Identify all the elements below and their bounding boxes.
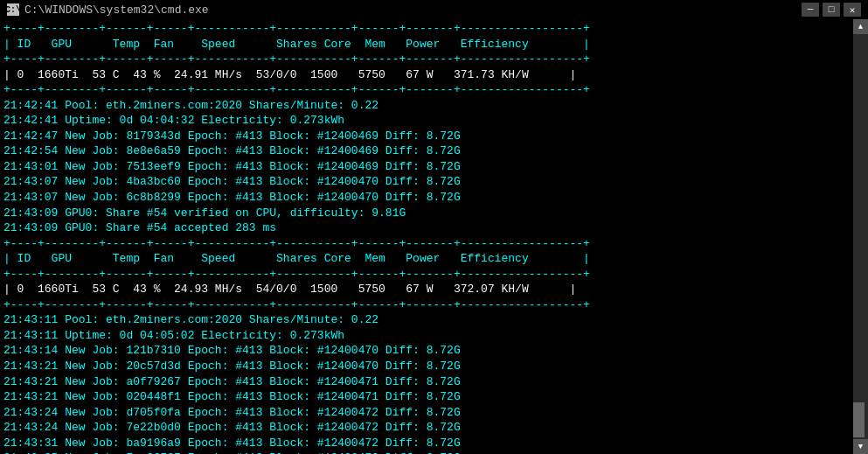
console-line: 21:42:47 New Job: 8179343d Epoch: #413 B… — [3, 129, 865, 144]
cmd-window: C:\ C:\WINDOWS\system32\cmd.exe ─ □ ✕ +-… — [0, 0, 868, 454]
console-line: 21:43:24 New Job: d705f0fa Epoch: #413 B… — [3, 405, 865, 421]
title-bar-controls[interactable]: ─ □ ✕ — [802, 3, 861, 17]
console-line: 21:43:24 New Job: 7e22b0d0 Epoch: #413 B… — [3, 420, 865, 436]
console-line: 21:43:21 New Job: 020448f1 Epoch: #413 B… — [3, 389, 865, 405]
window-wrapper: C:\ C:\WINDOWS\system32\cmd.exe ─ □ ✕ +-… — [0, 0, 868, 454]
console-line: 21:43:31 New Job: ba9196a9 Epoch: #413 B… — [3, 436, 865, 451]
scroll-thumb[interactable] — [853, 402, 865, 437]
console-line: +----+--------+------+-----+-----------+… — [3, 52, 865, 67]
console-line: | ID GPU Temp Fan Speed Shares Core Mem … — [3, 251, 865, 267]
console-line: 21:43:07 New Job: 4ba3bc60 Epoch: #413 B… — [3, 174, 865, 190]
console-line: +----+--------+------+-----+-----------+… — [3, 297, 865, 313]
title-bar-left: C:\ C:\WINDOWS\system32\cmd.exe — [7, 3, 209, 17]
cmd-icon: C:\ — [7, 3, 19, 16]
scrollbar[interactable]: ▲ ▼ — [853, 19, 868, 454]
console-line: 21:43:07 New Job: 6c8b8299 Epoch: #413 B… — [3, 190, 865, 206]
console-line: 21:43:21 New Job: 20c57d3d Epoch: #413 B… — [3, 359, 865, 374]
console-line: | 0 1660Ti 53 C 43 % 24.93 MH/s 54/0/0 1… — [3, 282, 865, 297]
console-line: 21:43:01 New Job: 7513eef9 Epoch: #413 B… — [3, 159, 865, 175]
console-line: 21:43:11 Uptime: 0d 04:05:02 Electricity… — [3, 328, 865, 344]
console-line: 21:42:54 New Job: 8e8e6a59 Epoch: #413 B… — [3, 143, 865, 159]
console-line: 21:43:35 New Job: 7ea82727 Epoch: #413 B… — [3, 451, 865, 454]
minimize-button[interactable]: ─ — [802, 3, 819, 17]
console-line: 21:42:41 Pool: eth.2miners.com:2020 Shar… — [3, 98, 865, 114]
console-line: +----+--------+------+-----+-----------+… — [3, 82, 865, 98]
console-line: | ID GPU Temp Fan Speed Shares Core Mem … — [3, 37, 865, 52]
console-line: 21:43:09 GPU0: Share #54 verified on CPU… — [3, 206, 865, 221]
console-line: 21:43:14 New Job: 121b7310 Epoch: #413 B… — [3, 343, 865, 359]
maximize-button[interactable]: □ — [823, 3, 840, 17]
console-line: +----+--------+------+-----+-----------+… — [3, 267, 865, 283]
window-title: C:\WINDOWS\system32\cmd.exe — [24, 3, 209, 17]
scroll-down-button[interactable]: ▼ — [853, 439, 868, 454]
scroll-up-button[interactable]: ▲ — [853, 19, 868, 34]
console-line: 21:43:09 GPU0: Share #54 accepted 283 ms — [3, 220, 865, 236]
close-button[interactable]: ✕ — [844, 3, 861, 17]
console-line: +----+--------+------+-----+-----------+… — [3, 236, 865, 252]
scroll-track — [853, 34, 868, 439]
console-line: | 0 1660Ti 53 C 43 % 24.91 MH/s 53/0/0 1… — [3, 67, 865, 83]
title-bar: C:\ C:\WINDOWS\system32\cmd.exe ─ □ ✕ — [0, 0, 868, 19]
console-line: 21:43:11 Pool: eth.2miners.com:2020 Shar… — [3, 312, 865, 328]
console-line: +----+--------+------+-----+-----------+… — [3, 21, 865, 37]
console-area: +----+--------+------+-----+-----------+… — [0, 19, 868, 454]
console-line: 21:42:41 Uptime: 0d 04:04:32 Electricity… — [3, 113, 865, 129]
console-line: 21:43:21 New Job: a0f79267 Epoch: #413 B… — [3, 374, 865, 390]
